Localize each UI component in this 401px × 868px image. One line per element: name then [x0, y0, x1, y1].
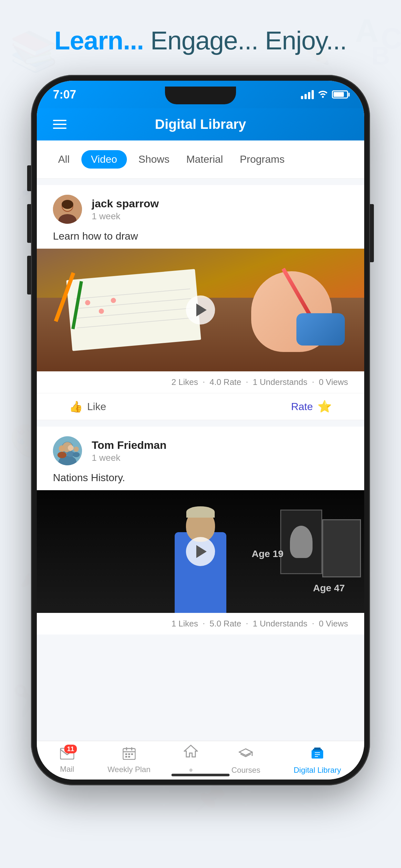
svg-line-23 [76, 308, 192, 318]
post-card-1: jack sparrow 1 week Learn how to draw [37, 185, 364, 420]
svg-point-33 [58, 452, 66, 458]
play-button-2[interactable] [186, 537, 215, 566]
headline-rest: Engage... Enjoy... [144, 26, 347, 55]
stat-views-1: 0 Views [319, 377, 348, 387]
nav-item-courses[interactable]: Courses [232, 746, 260, 775]
svg-text:C: C [381, 22, 401, 55]
wifi-icon [318, 89, 328, 100]
signal-icon [301, 90, 314, 99]
stat-rate-2: 5.0 Rate [210, 619, 241, 629]
post-meta-1: jack sparrow 1 week [92, 197, 159, 221]
nav-item-weekly-plan[interactable]: Weekly Plan [107, 747, 150, 774]
svg-point-27 [111, 298, 116, 303]
svg-rect-44 [128, 753, 130, 755]
post-caption-1: Learn how to draw [37, 230, 364, 249]
courses-icon [239, 746, 253, 764]
nav-item-mail[interactable]: 11 Mail [60, 747, 74, 774]
svg-point-32 [59, 445, 65, 452]
svg-rect-50 [314, 748, 320, 749]
side-button-silent [27, 165, 31, 191]
filter-tabs: All Video Shows Material Programs [37, 141, 364, 179]
stats-row-2: 1 Likes • 5.0 Rate • 1 Understands • 0 V… [37, 613, 364, 634]
svg-line-21 [74, 289, 190, 299]
like-label-1: Like [87, 401, 106, 413]
status-time: 7:07 [53, 88, 76, 101]
video-thumb-1[interactable] [37, 249, 364, 371]
svg-point-20 [62, 200, 73, 209]
headline: Learn... Engage... Enjoy... [54, 26, 346, 56]
stat-understands-1: 1 Understands [253, 377, 307, 387]
post-card-2: Tom Friedman 1 week Nations History. [37, 427, 364, 634]
svg-point-26 [98, 308, 104, 314]
side-button-volume-down [27, 256, 31, 294]
avatar-jack [53, 195, 82, 224]
post-caption-2: Nations History. [37, 472, 364, 490]
phone-screen: 7:07 [37, 81, 364, 779]
post-time-2: 1 week [92, 453, 166, 463]
svg-point-34 [68, 445, 73, 451]
svg-point-25 [85, 300, 90, 306]
post-time-1: 1 week [92, 211, 159, 221]
svg-text:A: A [355, 12, 378, 49]
phone-mockup: 7:07 [31, 75, 370, 785]
notch [165, 87, 236, 104]
svg-line-22 [75, 299, 191, 308]
svg-point-37 [73, 452, 80, 457]
nav-label-weekly-plan: Weekly Plan [107, 765, 150, 774]
nav-label-courses: Courses [232, 766, 260, 775]
video-thumb-2[interactable]: Age 19 Age 47 [37, 490, 364, 613]
header-bar: Digital Library [37, 108, 364, 141]
svg-rect-47 [128, 756, 130, 757]
svg-rect-45 [131, 753, 133, 755]
post-author-1: jack sparrow [92, 197, 159, 210]
scroll-content[interactable]: All Video Shows Material Programs [37, 141, 364, 741]
stat-views-2: 0 Views [319, 619, 348, 629]
home-indicator [172, 774, 229, 776]
nav-item-digital-library[interactable]: Digital Library [294, 746, 341, 775]
stats-row-1: 2 Likes • 4.0 Rate • 1 Understands • 0 V… [37, 371, 364, 393]
svg-rect-43 [125, 753, 127, 755]
home-icon [184, 744, 198, 762]
like-button-1[interactable]: 👍 Like [69, 400, 106, 413]
mail-badge: 11 [64, 745, 76, 753]
post-meta-2: Tom Friedman 1 week [92, 439, 166, 463]
nav-item-home[interactable]: • [184, 744, 198, 777]
tab-shows[interactable]: Shows [133, 151, 175, 168]
svg-point-36 [73, 446, 79, 452]
svg-text:B: B [371, 41, 390, 70]
battery-icon [332, 90, 348, 98]
side-button-power [370, 204, 374, 262]
hamburger-menu[interactable] [53, 120, 66, 129]
post-header-2: Tom Friedman 1 week [37, 427, 364, 472]
header-title: Digital Library [155, 117, 246, 132]
stat-likes-2: 1 Likes [172, 619, 198, 629]
nav-label-digital-library: Digital Library [294, 766, 341, 775]
age-47-label: Age 47 [313, 583, 345, 593]
rate-button-1[interactable]: Rate ⭐ [291, 400, 332, 413]
play-button-1[interactable] [186, 296, 215, 324]
side-button-volume-up [27, 204, 31, 243]
svg-text:📚: 📚 [10, 28, 58, 74]
avatar-tom [53, 436, 82, 465]
tab-programs[interactable]: Programs [235, 151, 290, 168]
svg-rect-46 [125, 756, 127, 757]
library-icon [310, 746, 325, 764]
headline-learn: Learn... [54, 26, 144, 55]
tab-material[interactable]: Material [181, 151, 228, 168]
stat-understands-2: 1 Understands [253, 619, 307, 629]
post-header-1: jack sparrow 1 week [37, 185, 364, 230]
tab-all[interactable]: All [53, 151, 75, 168]
thumbs-up-icon: 👍 [69, 400, 83, 413]
rate-label-1: Rate [291, 401, 313, 413]
svg-line-24 [77, 318, 193, 328]
tab-video[interactable]: Video [81, 150, 127, 168]
age-19-label: Age 19 [252, 548, 283, 559]
calendar-icon [123, 747, 135, 763]
status-icons [301, 89, 348, 100]
stat-likes-1: 2 Likes [172, 377, 198, 387]
star-icon-1: ⭐ [317, 400, 332, 413]
post-author-2: Tom Friedman [92, 439, 166, 452]
nav-label-mail: Mail [60, 765, 74, 774]
action-row-1: 👍 Like Rate ⭐ [37, 393, 364, 420]
stat-rate-1: 4.0 Rate [210, 377, 241, 387]
